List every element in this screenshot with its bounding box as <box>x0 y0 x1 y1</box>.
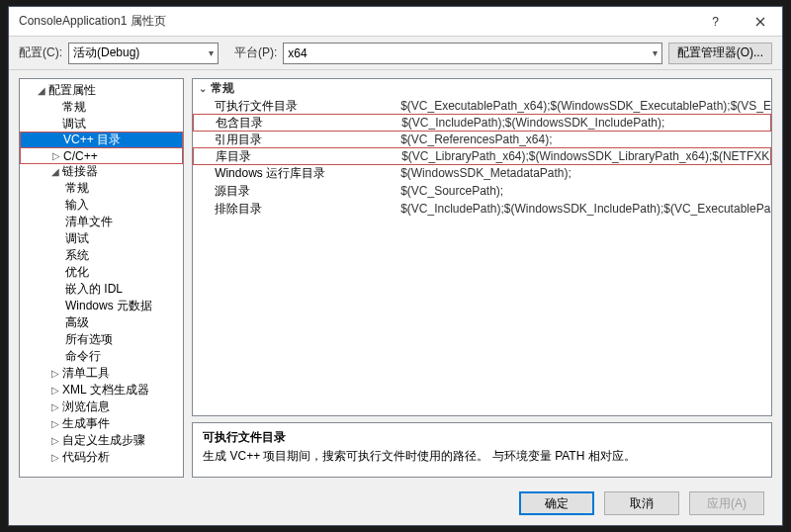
tree-item-code-analysis[interactable]: ▷代码分析 <box>20 449 183 466</box>
tree-item-linker-input[interactable]: 输入 <box>20 197 183 214</box>
close-icon <box>755 17 765 27</box>
tree-item-linker[interactable]: ◢链接器 <box>20 163 183 180</box>
grid-row-winrt[interactable]: Windows 运行库目录$(WindowsSDK_MetadataPath); <box>193 164 771 182</box>
platform-value: x64 <box>288 46 307 60</box>
tree-item-ccpp[interactable]: ▷C/C++ <box>20 147 183 164</box>
grid-row-exec[interactable]: 可执行文件目录$(VC_ExecutablePath_x64);$(Window… <box>193 97 771 115</box>
chevron-down-icon: ▾ <box>209 47 214 58</box>
close-button[interactable] <box>738 7 782 37</box>
chevron-down-icon: ▾ <box>653 47 658 58</box>
tree-item-manifest-tool[interactable]: ▷清单工具 <box>20 365 183 382</box>
grid-category-header[interactable]: ⌄常规 <box>193 79 771 97</box>
expand-icon: ▷ <box>49 368 60 379</box>
grid-row-include[interactable]: 包含目录$(VC_IncludePath);$(WindowsSDK_Inclu… <box>193 114 771 132</box>
apply-button[interactable]: 应用(A) <box>689 491 764 515</box>
tree-item-linker-general[interactable]: 常规 <box>20 180 183 197</box>
property-pages-dialog: ConsoleApplication1 属性页 ? 配置(C): 活动(Debu… <box>8 6 783 526</box>
tree-item-linker-advanced[interactable]: 高级 <box>20 314 183 331</box>
tree-item-linker-all[interactable]: 所有选项 <box>20 331 183 348</box>
tree-item-build-events[interactable]: ▷生成事件 <box>20 415 183 432</box>
expand-icon: ▷ <box>49 435 60 446</box>
tree-item-vcdirs[interactable]: VC++ 目录 <box>20 132 183 148</box>
expand-icon: ▷ <box>49 385 60 396</box>
footer: 确定 取消 应用(A) <box>9 486 782 521</box>
tree-item-linker-idl[interactable]: 嵌入的 IDL <box>20 281 183 298</box>
tree-item-linker-manifest[interactable]: 清单文件 <box>20 214 183 230</box>
property-grid[interactable]: ⌄常规 可执行文件目录$(VC_ExecutablePath_x64);$(Wi… <box>192 78 772 416</box>
right-pane: ⌄常规 可执行文件目录$(VC_ExecutablePath_x64);$(Wi… <box>192 78 772 478</box>
tree-item-linker-winmd[interactable]: Windows 元数据 <box>20 298 183 314</box>
window-title: ConsoleApplication1 属性页 <box>19 13 693 30</box>
tree-item-xml-doc[interactable]: ▷XML 文档生成器 <box>20 382 183 399</box>
config-value: 活动(Debug) <box>73 44 139 61</box>
grid-row-reference[interactable]: 引用目录$(VC_ReferencesPath_x64); <box>193 131 771 148</box>
grid-row-library[interactable]: 库目录$(VC_LibraryPath_x64);$(WindowsSDK_Li… <box>193 147 771 165</box>
tree-item-linker-cmd[interactable]: 命令行 <box>20 348 183 365</box>
ok-button[interactable]: 确定 <box>519 491 594 515</box>
desc-title: 可执行文件目录 <box>203 429 761 446</box>
collapse-icon: ◢ <box>49 166 60 177</box>
collapse-icon: ◢ <box>36 85 46 96</box>
titlebar: ConsoleApplication1 属性页 ? <box>9 7 782 37</box>
tree-item-linker-optimize[interactable]: 优化 <box>20 264 183 281</box>
platform-label: 平台(P): <box>234 44 277 61</box>
expand-icon: ▷ <box>50 150 61 161</box>
tree-root[interactable]: ◢配置属性 <box>20 82 183 99</box>
config-dropdown[interactable]: 活动(Debug) ▾ <box>68 43 219 64</box>
expand-icon: ▷ <box>49 452 60 463</box>
tree-item-browse[interactable]: ▷浏览信息 <box>20 399 183 415</box>
grid-row-source[interactable]: 源目录$(VC_SourcePath); <box>193 182 771 200</box>
cancel-button[interactable]: 取消 <box>604 491 679 515</box>
tree-pane[interactable]: ◢配置属性 常规 调试 VC++ 目录 ▷C/C++ ◢链接器 常规 输入 清单… <box>19 78 184 478</box>
desc-text: 生成 VC++ 项目期间，搜索可执行文件时使用的路径。 与环境变量 PATH 相… <box>203 448 761 465</box>
tree-item-debug[interactable]: 调试 <box>20 116 183 133</box>
tree-item-general[interactable]: 常规 <box>20 99 183 116</box>
help-button[interactable]: ? <box>693 7 738 37</box>
toolbar: 配置(C): 活动(Debug) ▾ 平台(P): x64 ▾ 配置管理器(O)… <box>9 37 782 70</box>
tree-item-linker-debug[interactable]: 调试 <box>20 230 183 247</box>
grid-row-exclude[interactable]: 排除目录$(VC_IncludePath);$(WindowsSDK_Inclu… <box>193 200 771 218</box>
dialog-body: ◢配置属性 常规 调试 VC++ 目录 ▷C/C++ ◢链接器 常规 输入 清单… <box>9 70 782 486</box>
description-panel: 可执行文件目录 生成 VC++ 项目期间，搜索可执行文件时使用的路径。 与环境变… <box>192 422 772 478</box>
config-label: 配置(C): <box>19 44 62 61</box>
expand-icon: ▷ <box>49 401 60 412</box>
collapse-icon: ⌄ <box>199 83 207 94</box>
expand-icon: ▷ <box>49 418 60 429</box>
config-manager-button[interactable]: 配置管理器(O)... <box>668 43 772 64</box>
tree-item-custom-build[interactable]: ▷自定义生成步骤 <box>20 432 183 449</box>
tree-item-linker-system[interactable]: 系统 <box>20 247 183 264</box>
platform-dropdown[interactable]: x64 ▾ <box>283 43 661 64</box>
